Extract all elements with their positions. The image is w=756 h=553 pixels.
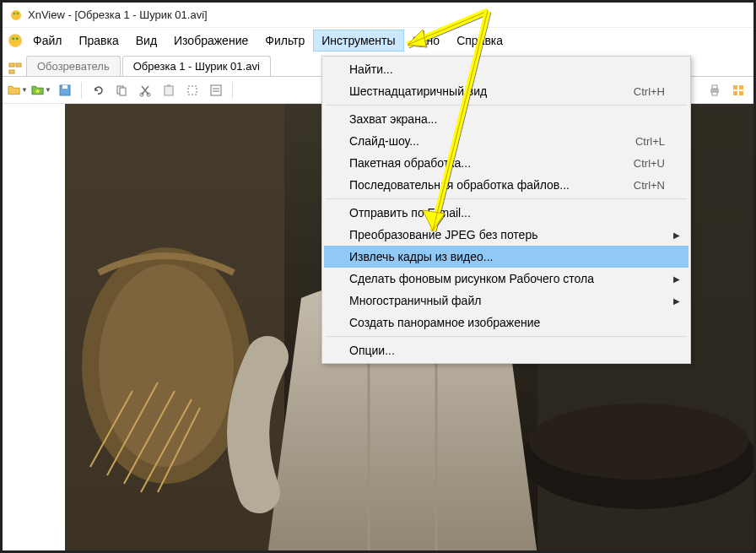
menu-item[interactable]: Многостраничный файл▶ [324, 290, 688, 312]
menu-item-label: Найти... [349, 62, 393, 76]
grid-button[interactable] [728, 80, 748, 100]
titlebar: XnView - [Обрезка 1 - Шурик 01.avi] [3, 3, 753, 28]
menu-правка[interactable]: Правка [70, 30, 127, 52]
toolbar-separator [81, 82, 82, 99]
toolbar-separator [232, 82, 233, 99]
print-button[interactable] [705, 80, 725, 100]
svg-point-2 [17, 12, 19, 14]
menu-item-label: Извлечь кадры из видео... [349, 250, 494, 263]
tools-dropdown: Найти...Шестнадцатиричный видCtrl+HЗахва… [321, 56, 691, 364]
menu-item-shortcut: Ctrl+N [634, 179, 665, 192]
menubar: ФайлПравкаВидИзображениеФильтрИнструмент… [3, 28, 753, 53]
menu-item-label: Пакетная обработка... [349, 156, 471, 170]
menu-item[interactable]: Последовательная обработка файлов...Ctrl… [324, 174, 688, 196]
svg-rect-6 [9, 63, 14, 67]
svg-rect-23 [712, 85, 717, 89]
tab-0[interactable]: Обозреватель [26, 56, 121, 76]
submenu-arrow-icon: ▶ [673, 230, 680, 240]
svg-point-0 [11, 10, 21, 20]
menu-item-shortcut: Ctrl+U [634, 157, 665, 170]
svg-rect-24 [712, 92, 717, 95]
window-title: XnView - [Обрезка 1 - Шурик 01.avi] [28, 8, 208, 21]
menu-item-shortcut: Ctrl+H [634, 85, 665, 98]
svg-rect-28 [739, 91, 743, 95]
svg-rect-17 [167, 84, 170, 87]
submenu-arrow-icon: ▶ [673, 274, 680, 284]
svg-point-35 [99, 264, 234, 467]
menu-item-label: Захват экрана... [349, 112, 437, 126]
cut-button[interactable] [135, 80, 155, 100]
properties-button[interactable] [206, 80, 226, 100]
menu-item[interactable]: Создать панорамное изображение [324, 312, 688, 333]
menu-item-shortcut: Ctrl+L [635, 135, 665, 148]
submenu-arrow-icon: ▶ [673, 296, 680, 306]
svg-rect-25 [733, 85, 737, 89]
menu-фильтр[interactable]: Фильтр [256, 30, 313, 52]
menu-item[interactable]: Пакетная обработка...Ctrl+U [324, 152, 688, 174]
svg-rect-16 [165, 86, 173, 95]
svg-point-33 [529, 404, 748, 480]
svg-rect-26 [739, 85, 743, 89]
menu-item[interactable]: Шестнадцатиричный видCtrl+H [324, 80, 688, 102]
menu-item-label: Сделать фоновым рисунком Рабочего стола [349, 272, 594, 285]
menu-справка[interactable]: Справка [448, 30, 511, 52]
app-icon [9, 8, 23, 22]
menu-item[interactable]: Найти... [324, 58, 688, 80]
menu-изображение[interactable]: Изображение [165, 30, 256, 52]
svg-point-3 [8, 34, 22, 47]
svg-rect-19 [211, 85, 221, 95]
menu-item[interactable]: Захват экрана... [324, 108, 688, 130]
menu-item[interactable]: Опции... [324, 339, 688, 361]
menu-separator [326, 105, 687, 106]
svg-point-4 [12, 37, 14, 40]
copy-button[interactable] [111, 80, 132, 100]
crop-button[interactable] [182, 80, 202, 100]
menu-item-label: Опции... [349, 344, 395, 357]
svg-rect-7 [16, 63, 21, 67]
menu-item-label: Преобразование JPEG без потерь [349, 228, 537, 241]
svg-rect-13 [120, 88, 126, 95]
menu-item[interactable]: Сделать фоновым рисунком Рабочего стола▶ [324, 268, 688, 290]
app-icon-menu [8, 33, 23, 48]
browser-tree-icon[interactable] [8, 61, 23, 76]
menu-item-label: Последовательная обработка файлов... [349, 178, 570, 192]
menu-файл[interactable]: Файл [24, 30, 70, 52]
svg-point-5 [16, 37, 19, 40]
menu-окно[interactable]: Окно [404, 30, 449, 52]
svg-rect-11 [62, 85, 68, 89]
svg-point-1 [14, 12, 15, 14]
svg-rect-27 [733, 91, 737, 95]
undo-button[interactable] [88, 80, 108, 100]
menu-инструменты[interactable]: Инструменты [313, 30, 403, 52]
menu-item-label: Многостраничный файл [349, 294, 481, 307]
svg-rect-8 [9, 70, 14, 73]
menu-item[interactable]: Преобразование JPEG без потерь▶ [324, 224, 688, 246]
menu-item[interactable]: Слайд-шоу...Ctrl+L [324, 130, 688, 152]
favorite-button[interactable]: ▼ [31, 80, 51, 100]
menu-separator [326, 336, 687, 337]
menu-item-label: Отправить по E-mail... [349, 206, 471, 220]
folder-button[interactable]: ▼ [8, 80, 28, 100]
menu-item-label: Шестнадцатиричный вид [349, 84, 487, 98]
tab-1[interactable]: Обрезка 1 - Шурик 01.avi [122, 56, 271, 76]
menu-item[interactable]: Извлечь кадры из видео... [324, 246, 688, 268]
save-button[interactable] [55, 80, 75, 100]
menu-item-label: Слайд-шоу... [349, 134, 419, 148]
menu-item[interactable]: Отправить по E-mail... [324, 202, 688, 224]
svg-rect-18 [188, 86, 197, 95]
menu-вид[interactable]: Вид [127, 30, 165, 52]
paste-button[interactable] [159, 80, 179, 100]
menu-item-label: Создать панорамное изображение [349, 316, 540, 329]
menu-separator [326, 198, 687, 199]
